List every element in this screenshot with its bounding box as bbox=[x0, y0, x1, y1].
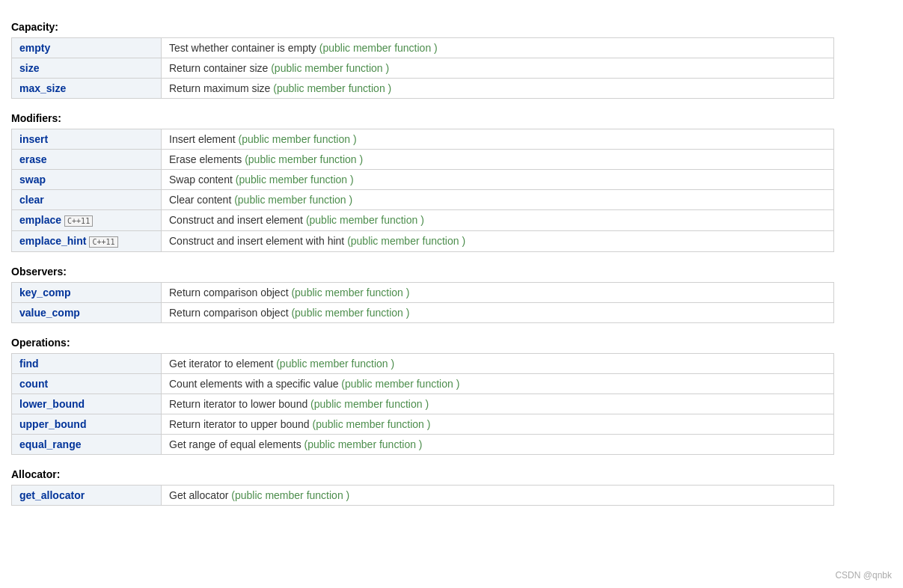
function-desc-cell: Test whether container is empty (public … bbox=[162, 38, 834, 58]
function-name-cell[interactable]: get_allocator bbox=[12, 485, 162, 505]
function-name[interactable]: upper_bound bbox=[19, 418, 86, 430]
function-name-cell[interactable]: lower_bound bbox=[12, 393, 162, 414]
function-desc-cell: Get allocator (public member function ) bbox=[162, 485, 834, 505]
table-row: emptyTest whether container is empty (pu… bbox=[12, 38, 834, 58]
function-name[interactable]: clear bbox=[19, 194, 44, 206]
public-label: (public member function ) bbox=[234, 194, 352, 206]
function-name-cell[interactable]: insert bbox=[12, 129, 162, 150]
function-desc-cell: Return maximum size (public member funct… bbox=[162, 79, 834, 99]
function-name[interactable]: key_comp bbox=[19, 287, 70, 298]
function-name-cell[interactable]: emplace_hintC++11 bbox=[12, 230, 162, 251]
function-desc: Return iterator to lower bound bbox=[169, 398, 310, 410]
function-name-cell[interactable]: swap bbox=[12, 170, 162, 190]
public-label: (public member function ) bbox=[245, 153, 363, 165]
table-row: eraseErase elements (public member funct… bbox=[12, 150, 834, 170]
function-name-cell[interactable]: key_comp bbox=[12, 282, 162, 302]
function-desc-cell: Return comparison object (public member … bbox=[162, 302, 834, 322]
public-label: (public member function ) bbox=[341, 378, 459, 390]
function-name[interactable]: max_size bbox=[19, 82, 66, 94]
section-header: Modifiers: bbox=[11, 112, 892, 124]
table-row: lower_boundReturn iterator to lower boun… bbox=[12, 393, 834, 414]
table-row: emplace_hintC++11Construct and insert el… bbox=[12, 230, 834, 251]
section-header: Allocator: bbox=[11, 468, 892, 480]
function-desc: Get iterator to element bbox=[169, 358, 276, 370]
function-name-cell[interactable]: emplaceC++11 bbox=[12, 210, 162, 231]
function-name[interactable]: get_allocator bbox=[19, 489, 85, 501]
function-desc: Return iterator to upper bound bbox=[169, 418, 312, 430]
function-desc: Insert element bbox=[169, 133, 239, 145]
function-name-cell[interactable]: erase bbox=[12, 150, 162, 170]
function-desc-cell: Return comparison object (public member … bbox=[162, 282, 834, 302]
section-header: Operations: bbox=[11, 337, 892, 349]
function-name[interactable]: find bbox=[19, 358, 39, 370]
function-desc: Construct and insert element bbox=[169, 214, 306, 226]
function-name[interactable]: emplace_hint bbox=[19, 235, 86, 247]
function-desc: Return maximum size bbox=[169, 82, 273, 94]
function-table: insertInsert element (public member func… bbox=[11, 129, 834, 252]
public-label: (public member function ) bbox=[273, 82, 391, 94]
table-row: swapSwap content (public member function… bbox=[12, 170, 834, 190]
function-desc-cell: Return iterator to upper bound (public m… bbox=[162, 414, 834, 434]
public-label: (public member function ) bbox=[291, 307, 409, 319]
function-desc-cell: Construct and insert element with hint (… bbox=[162, 230, 834, 251]
function-name[interactable]: insert bbox=[19, 133, 48, 145]
function-name-cell[interactable]: count bbox=[12, 373, 162, 393]
function-name-cell[interactable]: max_size bbox=[12, 79, 162, 99]
function-name[interactable]: value_comp bbox=[19, 307, 80, 319]
function-name[interactable]: lower_bound bbox=[19, 398, 85, 410]
function-desc-cell: Clear content (public member function ) bbox=[162, 190, 834, 210]
function-name[interactable]: empty bbox=[19, 42, 50, 54]
function-name[interactable]: swap bbox=[19, 174, 46, 186]
section-header: Capacity: bbox=[11, 21, 892, 33]
function-name-cell[interactable]: value_comp bbox=[12, 302, 162, 322]
function-desc: Get range of equal elements bbox=[169, 438, 304, 450]
public-label: (public member function ) bbox=[306, 214, 424, 226]
function-desc-cell: Insert element (public member function ) bbox=[162, 129, 834, 150]
function-name-cell[interactable]: clear bbox=[12, 190, 162, 210]
public-label: (public member function ) bbox=[310, 398, 429, 410]
function-name-cell[interactable]: equal_range bbox=[12, 434, 162, 454]
function-name[interactable]: equal_range bbox=[19, 438, 81, 450]
function-desc-cell: Get iterator to element (public member f… bbox=[162, 353, 834, 373]
function-desc-cell: Return container size (public member fun… bbox=[162, 58, 834, 79]
function-desc: Return container size bbox=[169, 62, 271, 74]
table-row: max_sizeReturn maximum size (public memb… bbox=[12, 79, 834, 99]
function-table: key_compReturn comparison object (public… bbox=[11, 282, 834, 323]
public-label: (public member function ) bbox=[236, 174, 354, 186]
function-table: findGet iterator to element (public memb… bbox=[11, 353, 834, 455]
public-label: (public member function ) bbox=[319, 42, 438, 54]
table-row: emplaceC++11Construct and insert element… bbox=[12, 210, 834, 231]
public-label: (public member function ) bbox=[304, 438, 423, 450]
function-desc-cell: Return iterator to lower bound (public m… bbox=[162, 393, 834, 414]
function-desc: Count elements with a specific value bbox=[169, 378, 341, 390]
function-desc-cell: Count elements with a specific value (pu… bbox=[162, 373, 834, 393]
function-desc-cell: Get range of equal elements (public memb… bbox=[162, 434, 834, 454]
function-desc: Get allocator bbox=[169, 489, 231, 501]
function-name[interactable]: size bbox=[19, 62, 39, 74]
public-label: (public member function ) bbox=[239, 133, 357, 145]
public-label: (public member function ) bbox=[347, 235, 465, 247]
function-name-cell[interactable]: empty bbox=[12, 38, 162, 58]
public-label: (public member function ) bbox=[291, 287, 409, 298]
function-name[interactable]: count bbox=[19, 378, 48, 390]
function-desc: Swap content bbox=[169, 174, 236, 186]
function-desc: Return comparison object bbox=[169, 307, 291, 319]
function-name-cell[interactable]: upper_bound bbox=[12, 414, 162, 434]
table-row: value_compReturn comparison object (publ… bbox=[12, 302, 834, 322]
function-name-cell[interactable]: size bbox=[12, 58, 162, 79]
function-name[interactable]: emplace bbox=[19, 214, 61, 226]
function-desc-cell: Swap content (public member function ) bbox=[162, 170, 834, 190]
function-name-cell[interactable]: find bbox=[12, 353, 162, 373]
function-desc-cell: Erase elements (public member function ) bbox=[162, 150, 834, 170]
function-name[interactable]: erase bbox=[19, 153, 47, 165]
table-row: equal_rangeGet range of equal elements (… bbox=[12, 434, 834, 454]
table-row: findGet iterator to element (public memb… bbox=[12, 353, 834, 373]
table-row: countCount elements with a specific valu… bbox=[12, 373, 834, 393]
table-row: upper_boundReturn iterator to upper boun… bbox=[12, 414, 834, 434]
function-desc: Construct and insert element with hint bbox=[169, 235, 347, 247]
function-table: emptyTest whether container is empty (pu… bbox=[11, 37, 834, 99]
function-table: get_allocatorGet allocator (public membe… bbox=[11, 485, 834, 506]
public-label: (public member function ) bbox=[271, 62, 389, 74]
cpp-badge: C++11 bbox=[64, 215, 93, 227]
public-label: (public member function ) bbox=[231, 489, 349, 501]
